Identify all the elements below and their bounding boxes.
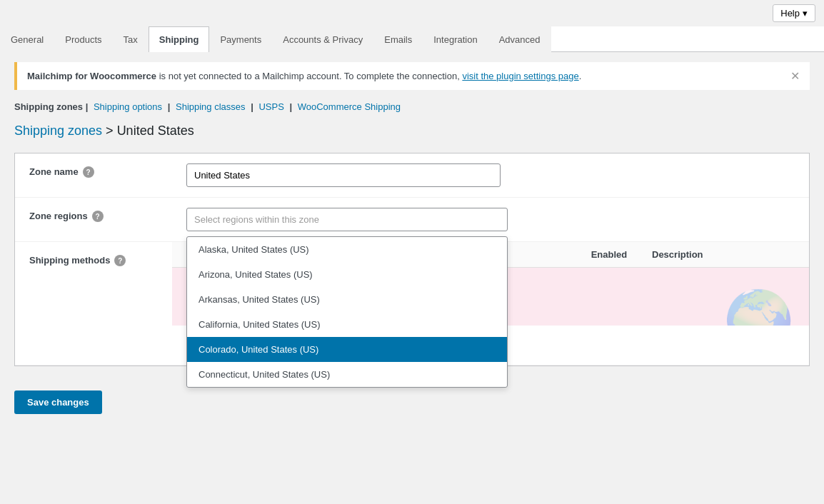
col-enabled-header: Enabled [566,249,652,260]
dropdown-option-alaska[interactable]: Alaska, United States (US) [187,237,507,262]
world-icon: 🌍 [723,275,795,326]
tab-tax[interactable]: Tax [113,26,149,52]
dropdown-option-colorado[interactable]: Colorado, United States (US) [187,337,507,362]
sub-navigation: Shipping zones | Shipping options | Ship… [14,101,810,112]
zone-regions-dropdown-container: Select regions within this zone Alaska, … [186,208,508,231]
tab-payments[interactable]: Payments [209,26,272,52]
tab-general[interactable]: General [0,26,54,52]
dropdown-option-arkansas[interactable]: Arkansas, United States (US) [187,287,507,312]
breadcrumb-current: United States [117,124,194,138]
tab-integration[interactable]: Integration [423,26,488,52]
notice-close-button[interactable]: ✕ [790,69,800,83]
tab-products[interactable]: Products [54,26,112,52]
subnav-link-shipping-classes[interactable]: Shipping classes [176,101,246,112]
dropdown-option-arizona[interactable]: Arizona, United States (US) [187,262,507,287]
subnav-link-shipping-options[interactable]: Shipping options [94,101,162,112]
zone-name-help-icon[interactable]: ? [83,166,94,178]
tab-shipping[interactable]: Shipping [149,26,210,52]
dropdown-option-california[interactable]: California, United States (US) [187,312,507,337]
subnav-label-shipping-zones: Shipping zones [14,101,83,112]
zone-name-label: Zone name ? [15,153,172,189]
zone-name-row: Zone name ? [15,153,809,198]
subnav-link-woocommerce-shipping[interactable]: WooCommerce Shipping [298,101,401,112]
zone-regions-content: Select regions within this zone Alaska, … [172,198,809,241]
zone-regions-select[interactable]: Select regions within this zone [186,208,508,231]
tab-advanced[interactable]: Advanced [488,26,551,52]
breadcrumb-parent[interactable]: Shipping zones [14,124,102,138]
help-label: Help [780,8,800,19]
subnav-link-usps[interactable]: USPS [258,101,283,112]
zone-regions-row: Zone regions ? Select regions within thi… [15,198,809,242]
settings-container: Zone name ? Zone regions ? Select region… [14,153,810,366]
zone-name-input[interactable] [186,163,501,187]
notice-text: Mailchimp for Woocommerce is not yet con… [27,71,581,81]
shipping-methods-help-icon[interactable]: ? [114,255,126,266]
save-changes-button[interactable]: Save changes [14,390,102,414]
help-arrow-icon: ▾ [803,8,808,19]
breadcrumb: Shipping zones > United States [14,124,810,138]
breadcrumb-separator: > [106,124,117,138]
zone-regions-dropdown-list: Alaska, United States (US) Arizona, Unit… [186,236,508,388]
help-button[interactable]: Help ▾ [773,4,815,22]
zone-regions-help-icon[interactable]: ? [92,211,104,222]
tab-emails[interactable]: Emails [373,26,423,52]
dropdown-option-connecticut[interactable]: Connecticut, United States (US) [187,362,507,387]
zone-name-content [172,153,809,197]
col-description-header: Description [652,249,795,260]
notice-link[interactable]: visit the plugin settings page [462,71,578,81]
shipping-methods-label: Shipping methods ? [15,242,172,365]
tab-accounts-privacy[interactable]: Accounts & Privacy [272,26,373,52]
mailchimp-notice: Mailchimp for Woocommerce is not yet con… [14,62,810,90]
notice-bold: Mailchimp for Woocommerce [27,71,156,81]
main-nav-tabs: General Products Tax Shipping Payments A… [0,26,824,52]
zone-regions-label: Zone regions ? [15,198,172,233]
